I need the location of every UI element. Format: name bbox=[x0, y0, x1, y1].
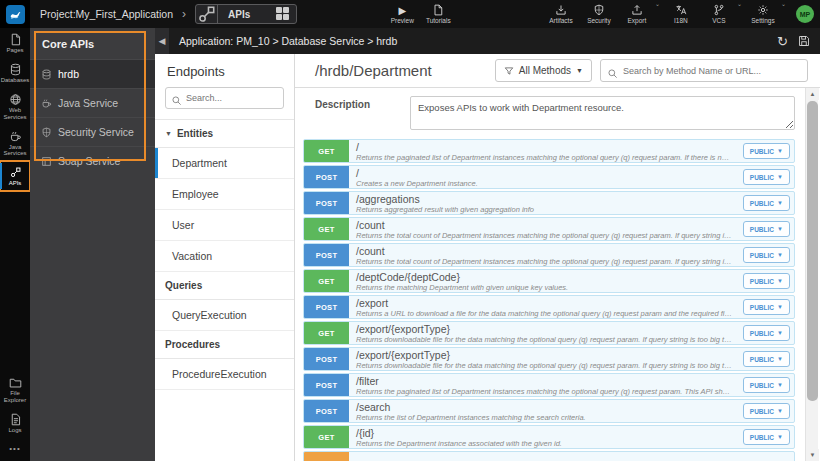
endpoint-nav-item[interactable]: User bbox=[155, 210, 294, 241]
scrollbar[interactable]: ▲ ▼ bbox=[805, 88, 818, 461]
description-textarea[interactable]: Exposes APIs to work with Department res… bbox=[410, 96, 795, 130]
caret-down-icon: ▼ bbox=[576, 67, 583, 74]
api-endpoint-row[interactable]: POST / Creates a new Department instance… bbox=[303, 165, 795, 189]
sidebar-item-icon bbox=[9, 413, 22, 426]
project-name[interactable]: Project:My_First_Application bbox=[40, 8, 173, 20]
topbar-action-button[interactable]: Security bbox=[582, 0, 616, 28]
endpoint-nav-item[interactable]: ProcedureExecution bbox=[155, 359, 294, 390]
endpoint-path: /deptCode/{deptCode} bbox=[356, 272, 733, 283]
save-button[interactable] bbox=[798, 35, 810, 47]
topbar-action-icon bbox=[675, 4, 687, 16]
caret-down-icon: ▼ bbox=[777, 356, 783, 362]
core-api-item[interactable]: Java Service bbox=[30, 88, 155, 117]
topbar-action-button[interactable]: Settings bbox=[746, 0, 780, 28]
visibility-dropdown[interactable]: PUBLIC ▼ bbox=[743, 169, 790, 185]
sidebar-item[interactable]: Java Services bbox=[0, 125, 30, 162]
visibility-dropdown[interactable]: PUBLIC ▼ bbox=[743, 377, 790, 393]
scroll-up-arrow[interactable]: ▲ bbox=[806, 88, 819, 100]
refresh-button[interactable]: ↻ bbox=[777, 34, 788, 49]
preview-button[interactable]: ▶ Preview bbox=[385, 0, 419, 28]
visibility-dropdown[interactable]: PUBLIC ▼ bbox=[743, 273, 790, 289]
sidebar-item[interactable]: Web Services bbox=[0, 88, 30, 125]
app-logo[interactable] bbox=[0, 0, 30, 28]
user-avatar[interactable]: MP bbox=[796, 5, 814, 23]
core-api-item[interactable]: Security Service bbox=[30, 117, 155, 146]
api-endpoint-row[interactable]: GET / Returns the paginated list of Depa… bbox=[303, 139, 795, 163]
api-endpoint-row[interactable]: POST /export/{exportType} Returns downlo… bbox=[303, 347, 795, 371]
grid-menu-icon[interactable] bbox=[276, 7, 290, 21]
topbar-action-button[interactable]: I18N bbox=[664, 0, 698, 28]
scrollbar-thumb[interactable] bbox=[807, 101, 818, 401]
module-selector[interactable]: APIs bbox=[195, 4, 297, 24]
api-endpoint-row[interactable]: PUT ▼ bbox=[303, 451, 795, 461]
api-endpoint-row[interactable]: POST /search Returns the list of Departm… bbox=[303, 399, 795, 423]
sidebar-item[interactable]: File Explorer bbox=[0, 371, 30, 408]
visibility-dropdown[interactable]: PUBLIC ▼ bbox=[743, 221, 790, 237]
endpoint-nav-item[interactable]: Vacation bbox=[155, 241, 294, 272]
endpoint-nav-item[interactable]: QueryExecution bbox=[155, 300, 294, 331]
topbar-action-icon bbox=[555, 4, 567, 16]
endpoint-nav-item[interactable]: Department bbox=[155, 148, 294, 179]
methods-filter-dropdown[interactable]: All Methods ▼ bbox=[495, 59, 592, 82]
endpoints-search-input[interactable] bbox=[165, 87, 284, 109]
endpoint-path: /export/{exportType} bbox=[356, 324, 733, 335]
endpoints-section-header[interactable]: Queries bbox=[155, 271, 294, 300]
api-endpoint-row[interactable]: GET /export/{exportType} Returns downloa… bbox=[303, 321, 795, 345]
api-endpoint-row[interactable]: POST /count Returns the total count of D… bbox=[303, 243, 795, 267]
api-endpoint-row[interactable]: GET /count Returns the total count of De… bbox=[303, 217, 795, 241]
method-search-input[interactable] bbox=[600, 59, 808, 82]
sidebar-item[interactable]: Logs bbox=[0, 408, 30, 438]
endpoints-section-header[interactable]: ▼Entities bbox=[155, 119, 294, 148]
sidebar-item[interactable]: APIs bbox=[0, 161, 30, 191]
sidebar-item-icon bbox=[9, 376, 22, 389]
core-apis-panel: Core APIs hrdb Java Service Security Ser… bbox=[30, 28, 155, 461]
http-method-badge: GET bbox=[304, 322, 349, 344]
api-endpoint-row[interactable]: POST /aggregations Returns aggregated re… bbox=[303, 191, 795, 215]
visibility-dropdown[interactable]: PUBLIC ▼ bbox=[743, 143, 790, 159]
http-method-badge: POST bbox=[304, 166, 349, 188]
topbar-action-button[interactable]: Artifacts bbox=[544, 0, 578, 28]
sidebar-item[interactable]: Databases bbox=[0, 58, 30, 88]
api-endpoint-row[interactable]: POST /export Returns a URL to download a… bbox=[303, 295, 795, 319]
api-endpoint-row[interactable]: GET /{id} Returns the Department instanc… bbox=[303, 425, 795, 449]
scroll-down-arrow[interactable]: ▼ bbox=[806, 449, 819, 461]
caret-down-icon: ▼ bbox=[777, 200, 783, 206]
visibility-dropdown[interactable]: PUBLIC ▼ bbox=[743, 299, 790, 315]
endpoints-section-header[interactable]: Procedures bbox=[155, 330, 294, 359]
visibility-dropdown[interactable]: PUBLIC ▼ bbox=[743, 429, 790, 445]
api-endpoint-row[interactable]: GET /deptCode/{deptCode} Returns the mat… bbox=[303, 269, 795, 293]
caret-down-icon: ▼ bbox=[777, 434, 783, 440]
chevron-down-icon: ⌄ bbox=[781, 0, 786, 28]
topbar-action-icon bbox=[593, 4, 605, 16]
core-api-item[interactable]: Soap Service bbox=[30, 146, 155, 175]
api-icon bbox=[196, 5, 218, 23]
endpoint-description: Returns downloadable file for the data m… bbox=[356, 335, 733, 344]
endpoint-description: Returns a URL to download a file for the… bbox=[356, 309, 733, 318]
endpoint-nav-item[interactable]: Employee bbox=[155, 179, 294, 210]
topbar-action-button[interactable]: Export bbox=[620, 0, 654, 28]
http-method-badge: GET bbox=[304, 270, 349, 292]
wavemaker-logo-icon bbox=[6, 5, 25, 24]
core-api-item-icon bbox=[40, 68, 52, 80]
sidebar-more-button[interactable]: ••• bbox=[0, 438, 30, 461]
caret-down-icon: ▼ bbox=[777, 330, 783, 336]
api-endpoint-row[interactable]: POST /filter Returns the paginated list … bbox=[303, 373, 795, 397]
tutorials-button[interactable]: Tutorials bbox=[421, 0, 455, 28]
endpoints-panel: Endpoints ▼EntitiesDepartmentEmployeeUse… bbox=[155, 54, 295, 461]
visibility-dropdown[interactable]: PUBLIC ▼ bbox=[743, 325, 790, 341]
funnel-icon bbox=[504, 66, 514, 76]
visibility-dropdown[interactable]: PUBLIC ▼ bbox=[743, 403, 790, 419]
visibility-dropdown[interactable]: PUBLIC ▼ bbox=[743, 351, 790, 367]
core-api-item[interactable]: hrdb bbox=[30, 59, 155, 88]
visibility-dropdown[interactable]: PUBLIC ▼ bbox=[743, 247, 790, 263]
endpoint-path: /search bbox=[356, 402, 733, 413]
http-method-badge: POST bbox=[304, 374, 349, 396]
visibility-dropdown[interactable]: PUBLIC ▼ bbox=[743, 195, 790, 211]
collapse-panel-button[interactable]: ◀ bbox=[155, 28, 169, 54]
app-window: Project:My_First_Application › APIs ▶ Pr… bbox=[0, 0, 820, 461]
endpoint-path: /filter bbox=[356, 376, 733, 387]
topbar-action-button[interactable]: VCS bbox=[702, 0, 736, 28]
endpoint-description: Returns downloadable file for the data m… bbox=[356, 361, 733, 370]
sidebar-item[interactable]: Pages bbox=[0, 28, 30, 58]
endpoint-description: Creates a new Department instance. bbox=[356, 179, 733, 188]
